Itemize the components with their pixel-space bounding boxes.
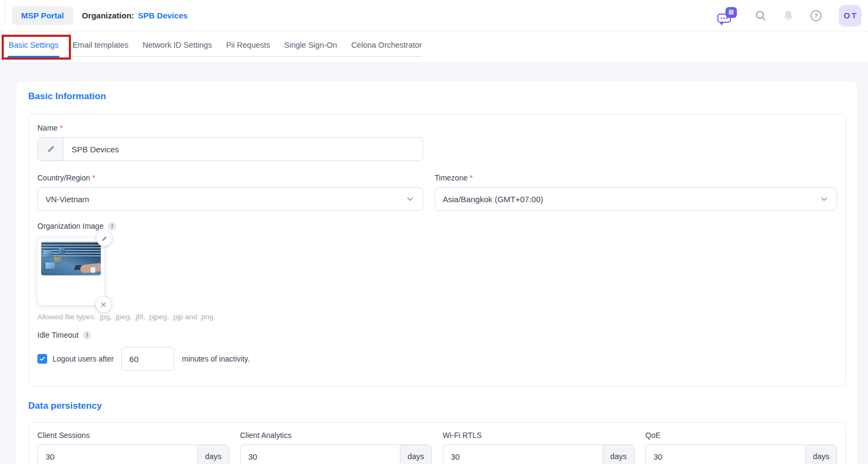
- avatar-initial-1: O: [844, 11, 850, 20]
- country-label: Country/Region*: [37, 173, 95, 182]
- organization-image-card: [37, 238, 105, 305]
- settings-card: Basic Information Name* Country/Region*: [16, 81, 857, 464]
- name-label: Name*: [37, 124, 63, 132]
- tab-pii-requests[interactable]: Pii Requests: [226, 41, 270, 49]
- chevron-down-icon: [405, 194, 415, 204]
- chat-bubble-tail: [720, 22, 724, 25]
- idle-timeout-minutes-input[interactable]: [121, 347, 174, 371]
- close-icon: [100, 301, 107, 308]
- tab-basic-settings[interactable]: Basic Settings: [9, 41, 59, 49]
- assistant-chat-icon[interactable]: [716, 6, 737, 25]
- allowed-file-types-hint: Allowed file types: .jpg, .jpeg, .jfif, …: [37, 313, 837, 321]
- tab-network-id-settings[interactable]: Network ID Settings: [142, 41, 212, 49]
- wifi-rtls-input[interactable]: [443, 445, 603, 464]
- basic-information-section: Name* Country/Region* VN-Vietnam: [28, 114, 846, 386]
- days-unit-label: days: [400, 445, 431, 464]
- info-icon[interactable]: [108, 222, 116, 230]
- wifi-rtls-label: Wi-Fi RTLS: [443, 431, 482, 440]
- required-mark: *: [60, 124, 62, 132]
- timezone-label: Timezone*: [435, 173, 472, 182]
- country-select-value: VN-Vietnam: [46, 195, 89, 204]
- required-mark: *: [470, 173, 472, 182]
- pencil-icon: [101, 235, 108, 242]
- client-analytics-input[interactable]: [241, 445, 400, 464]
- msp-portal-button[interactable]: MSP Portal: [12, 7, 73, 25]
- client-sessions-input[interactable]: [38, 445, 197, 464]
- timezone-field: Timezone* Asia/Bangkok (GMT+07:00): [435, 173, 837, 211]
- qoe-field: QoE days: [645, 430, 837, 464]
- checkmark-icon: [39, 356, 46, 362]
- name-input[interactable]: [64, 138, 423, 160]
- timezone-select-value: Asia/Bangkok (GMT+07:00): [443, 195, 543, 204]
- top-header: MSP Portal Organization: SPB Devices: [0, 0, 868, 31]
- info-icon[interactable]: [83, 331, 91, 339]
- basic-information-heading: Basic Information: [28, 91, 846, 102]
- timezone-select[interactable]: Asia/Bangkok (GMT+07:00): [435, 187, 837, 211]
- client-analytics-label: Client Analytics: [240, 431, 292, 440]
- organization-image-thumbnail: [41, 242, 101, 275]
- client-sessions-field: Client Sessions days: [37, 430, 229, 464]
- client-sessions-label: Client Sessions: [37, 431, 90, 440]
- required-mark: *: [92, 173, 95, 182]
- pencil-icon: [38, 138, 64, 160]
- country-select[interactable]: VN-Vietnam: [37, 187, 423, 211]
- data-persistency-section: Client Sessions days Client Analytics da…: [28, 422, 846, 464]
- sidebar-handle[interactable]: [0, 0, 5, 25]
- data-persistency-heading: Data persistency: [28, 401, 846, 411]
- organization-label: Organization:: [82, 11, 134, 20]
- idle-timeout-label: Idle Timeout: [37, 331, 79, 339]
- client-analytics-field: Client Analytics days: [240, 430, 432, 464]
- qoe-label: QoE: [645, 431, 660, 440]
- ai-badge-icon: [726, 7, 737, 18]
- chevron-down-icon: [819, 194, 829, 204]
- days-unit-label: days: [197, 445, 229, 464]
- bell-icon[interactable]: [781, 9, 795, 23]
- header-icons: ? O T: [716, 5, 868, 27]
- qoe-input[interactable]: [646, 445, 805, 464]
- logout-suffix-label: minutes of inactivity.: [182, 355, 250, 363]
- avatar-initial-2: T: [852, 11, 857, 20]
- logout-checkbox[interactable]: [37, 354, 47, 364]
- organization-link[interactable]: SPB Devices: [138, 11, 188, 20]
- svg-text:?: ?: [814, 12, 818, 19]
- tab-celona-orchestrator[interactable]: Celona Orchestrator: [351, 41, 422, 49]
- edit-image-button[interactable]: [96, 231, 112, 246]
- settings-tab-bar: Basic Settings Email templates Network I…: [0, 31, 868, 62]
- tab-email-templates[interactable]: Email templates: [73, 41, 128, 49]
- logout-checkbox-label: Logout users after: [53, 355, 114, 363]
- country-field: Country/Region* VN-Vietnam: [37, 173, 423, 211]
- remove-image-button[interactable]: [96, 297, 111, 312]
- organization-image-label: Organization Image: [37, 222, 103, 230]
- days-unit-label: days: [805, 445, 837, 464]
- wifi-rtls-field: Wi-Fi RTLS days: [443, 430, 634, 464]
- tab-single-sign-on[interactable]: Single Sign-On: [284, 41, 338, 49]
- name-field-group: [37, 137, 423, 161]
- help-icon[interactable]: ?: [809, 9, 823, 23]
- avatar[interactable]: O T: [839, 5, 861, 27]
- organization-breadcrumb: Organization: SPB Devices: [82, 11, 187, 20]
- days-unit-label: days: [603, 445, 634, 464]
- search-icon[interactable]: [754, 9, 768, 23]
